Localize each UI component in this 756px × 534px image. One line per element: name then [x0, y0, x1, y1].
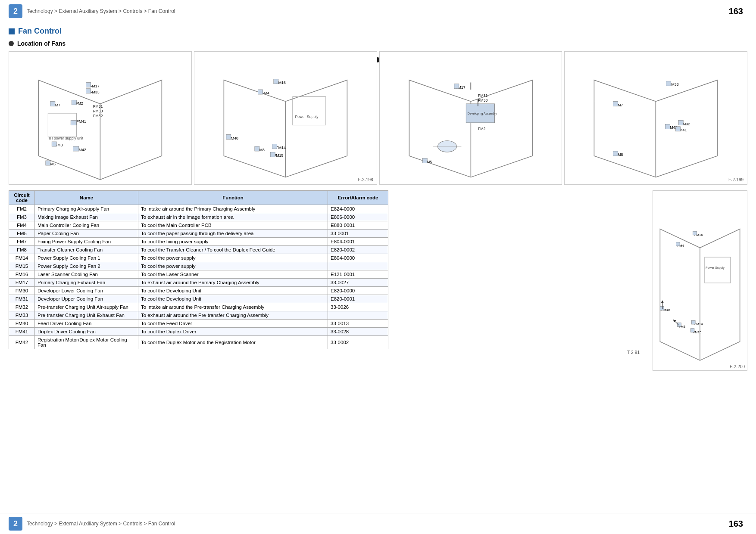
table-row: FM32 Pre-transfer Charging Unit Air-supp…	[9, 303, 388, 311]
cell-function: To cool the Laser Scanner	[138, 270, 328, 279]
table-row: FM16 Laser Scanner Cooling Fan To cool t…	[9, 270, 388, 279]
cell-error: 33-0002	[328, 336, 388, 349]
cell-name: Laser Scanner Cooling Fan	[35, 270, 138, 279]
table-row: FM42 Registration Motor/Duplex Motor Coo…	[9, 336, 388, 349]
cell-circuit: FM31	[9, 295, 35, 303]
table-row: FM41 Duplex Driver Cooling Fan To cool t…	[9, 328, 388, 336]
cell-error	[328, 311, 388, 320]
table-row: FM40 Feed Driver Cooling Fan To cool the…	[9, 320, 388, 328]
svg-rect-79	[676, 242, 680, 246]
table-row: FM14 Power Supply Cooling Fan 1 To cool …	[9, 254, 388, 262]
svg-text:Developing Assembly: Developing Assembly	[467, 112, 497, 115]
svg-rect-67	[613, 151, 618, 156]
cell-error: 33-0013	[328, 320, 388, 328]
cell-function: To cool the paper passing through the de…	[138, 230, 328, 238]
cell-circuit: FM4	[9, 221, 35, 230]
svg-rect-34	[258, 90, 262, 94]
cell-error: E820-0002	[328, 246, 388, 254]
svg-text:FM2: FM2	[75, 101, 83, 106]
cell-circuit: FM41	[9, 328, 35, 336]
fig-label-198: F-2-198	[358, 177, 373, 182]
fig-label-200: F-2-200	[730, 364, 745, 369]
table-row: FM2 Primary Charging Air-supply Fan To i…	[9, 205, 388, 213]
svg-text:FM30: FM30	[93, 109, 103, 113]
cell-error: E804-0000	[328, 254, 388, 262]
table-label: T-2-91	[9, 349, 648, 356]
footer-badge: 2	[9, 517, 22, 531]
cell-function: To cool the Duplex Motor and the Registr…	[138, 336, 328, 349]
section-title: Fan Control	[0, 20, 756, 38]
diagram-airflow-left: Developing Assembly FM17 FM31 FM30 FM2 F…	[379, 51, 562, 185]
cell-name: Primary Charging Exhaust Fan	[35, 279, 138, 287]
svg-rect-81	[678, 323, 681, 327]
fig-label-199: F-2-199	[728, 177, 744, 182]
header-badge: 2	[9, 4, 22, 18]
diagram-side: Power Supply FM16 FM4 FM40 FM3 FM14 FM15	[653, 190, 747, 371]
cell-circuit: FM5	[9, 230, 35, 238]
svg-rect-80	[660, 307, 664, 310]
cell-error: E880-0001	[328, 221, 388, 230]
page-number-bottom: 163	[729, 519, 743, 529]
cell-error: 33-0001	[328, 230, 388, 238]
cell-error: 33-0027	[328, 279, 388, 287]
cell-error: E820-0001	[328, 295, 388, 303]
svg-rect-20	[52, 142, 56, 146]
cell-circuit: FM7	[9, 238, 35, 246]
cell-function: To exhaust air in the image formation ar…	[138, 213, 328, 221]
svg-rect-65	[676, 127, 681, 131]
svg-rect-66	[665, 124, 670, 129]
cell-error	[328, 262, 388, 270]
cell-function: To cool the Duplex Driver	[138, 328, 328, 336]
table-row: FM3 Making Image Exhaust Fan To exhaust …	[9, 213, 388, 221]
svg-rect-78	[693, 231, 697, 235]
cell-function: To cool the Transfer Cleaner / To cool t…	[138, 246, 328, 254]
cell-function: To cool the power supply	[138, 262, 328, 270]
cell-function: To cool the Developing Unit	[138, 287, 328, 295]
fan-table: Circuitcode Name Function Error/Alarm co…	[9, 190, 388, 349]
table-row: FM5 Paper Cooling Fan To cool the paper …	[9, 230, 388, 238]
circle-icon-location	[9, 41, 14, 46]
cell-error: E804-0001	[328, 238, 388, 246]
svg-text:FM14: FM14	[694, 322, 703, 326]
svg-text:Power Supply: Power Supply	[295, 115, 319, 119]
cell-function: To intake air around the Pre-transfer Ch…	[138, 303, 328, 311]
cell-name: Paper Cooling Fan	[35, 230, 138, 238]
svg-rect-64	[678, 121, 683, 125]
svg-text:FM31: FM31	[478, 93, 487, 98]
cell-name: Registration Motor/Duplex Motor Cooling …	[35, 336, 138, 349]
table-section: Circuitcode Name Function Error/Alarm co…	[0, 187, 756, 374]
svg-rect-62	[666, 81, 671, 86]
table-row: FM17 Primary Charging Exhaust Fan To exh…	[9, 279, 388, 287]
cell-circuit: FM33	[9, 311, 35, 320]
cell-name: Duplex Driver Cooling Fan	[35, 328, 138, 336]
cell-circuit: FM42	[9, 336, 35, 349]
svg-rect-19	[71, 121, 76, 125]
cell-name: Feed Driver Cooling Fan	[35, 320, 138, 328]
svg-text:FM41: FM41	[76, 119, 86, 124]
svg-rect-36	[255, 146, 259, 151]
diagrams-top: IH power supply unit FM17 FM33 FM7 FM2 F…	[0, 49, 756, 187]
svg-rect-21	[73, 146, 79, 151]
table-row: FM31 Developer Upper Cooling Fan To cool…	[9, 295, 388, 303]
table-row: FM4 Main Controller Cooling Fan To cool …	[9, 221, 388, 230]
table-row: FM30 Developer Lower Cooling Fan To cool…	[9, 287, 388, 295]
cell-error: 33-0026	[328, 303, 388, 311]
svg-text:FM30: FM30	[478, 98, 487, 102]
svg-rect-15	[86, 83, 91, 87]
cell-circuit: FM16	[9, 270, 35, 279]
cell-name: Power Supply Cooling Fan 1	[35, 254, 138, 262]
th-circuit: Circuitcode	[9, 191, 35, 205]
cell-function: To cool the power supply	[138, 254, 328, 262]
cell-function: To exhaust air around the Pre-transfer C…	[138, 311, 328, 320]
svg-rect-17	[50, 102, 55, 106]
svg-rect-18	[72, 100, 76, 105]
svg-rect-22	[46, 161, 50, 165]
svg-rect-37	[272, 144, 277, 149]
cell-name: Fixing Power Supply Cooling Fan	[35, 238, 138, 246]
subsection-location: Location of Fans	[0, 38, 756, 49]
svg-rect-70	[705, 257, 731, 283]
footer-breadcrumb: Technology > External Auxiliary System >…	[27, 521, 175, 527]
cell-name: Developer Lower Cooling Fan	[35, 287, 138, 295]
cell-name: Power Supply Cooling Fan 2	[35, 262, 138, 270]
diagram-fan-location-right: Power Supply FM16 FM4 FM40 FM3 FM14 FM15…	[194, 51, 377, 185]
